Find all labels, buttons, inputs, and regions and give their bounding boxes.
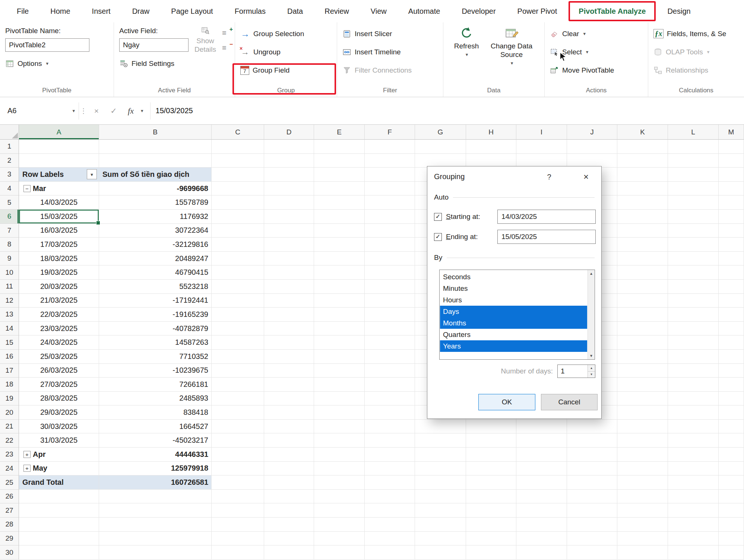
cell-F7[interactable] <box>365 224 415 238</box>
cell-F1[interactable] <box>365 140 415 154</box>
cell-G27[interactable] <box>415 503 466 518</box>
active-field-input[interactable]: Ngày <box>119 38 189 52</box>
cell-L7[interactable] <box>668 224 719 238</box>
cell-L30[interactable] <box>668 545 719 560</box>
cell-M26[interactable] <box>719 490 744 504</box>
cell-B24[interactable]: 125979918 <box>99 462 212 476</box>
cell-A20[interactable]: 29/03/2025 <box>19 405 99 420</box>
cell-D19[interactable] <box>264 392 314 406</box>
cell-F30[interactable] <box>365 545 415 560</box>
cell-G2[interactable] <box>415 154 466 168</box>
cell-A26[interactable] <box>19 490 99 504</box>
cell-B16[interactable]: 7710352 <box>99 350 212 364</box>
cell-C9[interactable] <box>212 252 264 266</box>
cell-I21[interactable] <box>516 420 567 434</box>
row-header-29[interactable]: 29 <box>0 532 19 546</box>
cell-B4[interactable]: -9699668 <box>99 182 212 196</box>
cell-B20[interactable]: 838418 <box>99 405 212 420</box>
cell-J26[interactable] <box>567 490 617 504</box>
cell-E20[interactable] <box>314 405 365 420</box>
cell-D30[interactable] <box>264 545 314 560</box>
expand-button-apr[interactable]: + <box>23 451 31 458</box>
cell-L15[interactable] <box>668 335 719 350</box>
olap-tools-button[interactable]: OLAP Tools ▾ <box>653 43 741 61</box>
cell-D4[interactable] <box>264 182 314 196</box>
cell-K8[interactable] <box>617 238 668 252</box>
menu-tab-page-layout[interactable]: Page Layout <box>160 0 224 22</box>
cell-K11[interactable] <box>617 280 668 294</box>
cell-G30[interactable] <box>415 545 466 560</box>
cell-D14[interactable] <box>264 322 314 336</box>
cell-D28[interactable] <box>264 518 314 532</box>
cell-F10[interactable] <box>365 265 415 280</box>
cell-D25[interactable] <box>264 475 314 490</box>
cell-L16[interactable] <box>668 350 719 364</box>
cell-G25[interactable] <box>415 475 466 490</box>
cell-H25[interactable] <box>466 475 516 490</box>
row-header-24[interactable]: 24 <box>0 462 19 476</box>
cell-A16[interactable]: 25/03/2025 <box>19 350 99 364</box>
cell-A14[interactable]: 23/03/2025 <box>19 322 99 336</box>
menu-tab-automate[interactable]: Automate <box>398 0 451 22</box>
row-header-6[interactable]: 6 <box>0 210 19 224</box>
fields-items-sets-button[interactable]: ƒx Fields, Items, & Se <box>653 25 741 43</box>
cell-M24[interactable] <box>719 462 744 476</box>
cell-K19[interactable] <box>617 392 668 406</box>
cell-A2[interactable] <box>19 154 99 168</box>
cell-F17[interactable] <box>365 364 415 378</box>
menu-tab-pivottable-analyze[interactable]: PivotTable Analyze <box>568 0 656 22</box>
cell-L24[interactable] <box>668 462 719 476</box>
cell-M30[interactable] <box>719 545 744 560</box>
spin-down-icon[interactable]: ▼ <box>588 372 595 378</box>
cell-M28[interactable] <box>719 518 744 532</box>
cell-C22[interactable] <box>212 433 264 448</box>
cell-I24[interactable] <box>516 462 567 476</box>
cell-D22[interactable] <box>264 433 314 448</box>
cell-J25[interactable] <box>567 475 617 490</box>
starting-at-checkbox[interactable]: ✓ <box>434 213 442 221</box>
field-settings-button[interactable]: Field Settings <box>119 54 189 73</box>
cell-E26[interactable] <box>314 490 365 504</box>
cell-M16[interactable] <box>719 350 744 364</box>
collapse-button-mar[interactable]: − <box>23 185 31 192</box>
cell-M4[interactable] <box>719 182 744 196</box>
cell-E9[interactable] <box>314 252 365 266</box>
cell-F3[interactable] <box>365 168 415 182</box>
by-option-hours[interactable]: Hours <box>440 294 587 306</box>
ungroup-button[interactable]: →× Ungroup <box>240 43 334 61</box>
formula-bar-splitter[interactable]: ⋮ <box>79 107 88 115</box>
cell-K13[interactable] <box>617 308 668 322</box>
cell-K26[interactable] <box>617 490 668 504</box>
cell-M15[interactable] <box>719 335 744 350</box>
cell-D21[interactable] <box>264 420 314 434</box>
cell-E18[interactable] <box>314 378 365 392</box>
cell-C16[interactable] <box>212 350 264 364</box>
cell-H22[interactable] <box>466 433 516 448</box>
cell-A11[interactable]: 20/03/2025 <box>19 280 99 294</box>
cell-I25[interactable] <box>516 475 567 490</box>
column-header-H[interactable]: H <box>466 125 516 140</box>
cell-E13[interactable] <box>314 308 365 322</box>
cell-A4[interactable]: −Mar <box>19 182 99 196</box>
cell-A30[interactable] <box>19 545 99 560</box>
cell-B15[interactable]: 14587263 <box>99 335 212 350</box>
row-header-21[interactable]: 21 <box>0 420 19 434</box>
cell-L5[interactable] <box>668 195 719 210</box>
cell-I22[interactable] <box>516 433 567 448</box>
cell-D3[interactable] <box>264 168 314 182</box>
cell-E1[interactable] <box>314 140 365 154</box>
cell-E22[interactable] <box>314 433 365 448</box>
row-header-19[interactable]: 19 <box>0 392 19 406</box>
cell-I30[interactable] <box>516 545 567 560</box>
refresh-button[interactable]: Refresh ▾ <box>450 25 483 84</box>
cell-L19[interactable] <box>668 392 719 406</box>
cell-B23[interactable]: 44446331 <box>99 448 212 462</box>
menu-tab-draw[interactable]: Draw <box>121 0 161 22</box>
column-header-J[interactable]: J <box>567 125 617 140</box>
row-header-14[interactable]: 14 <box>0 322 19 336</box>
cell-C7[interactable] <box>212 224 264 238</box>
cell-H26[interactable] <box>466 490 516 504</box>
row-header-3[interactable]: 3 <box>0 168 19 182</box>
move-pivottable-button[interactable]: Move PivotTable <box>550 61 645 79</box>
expand-button-may[interactable]: + <box>23 465 31 472</box>
